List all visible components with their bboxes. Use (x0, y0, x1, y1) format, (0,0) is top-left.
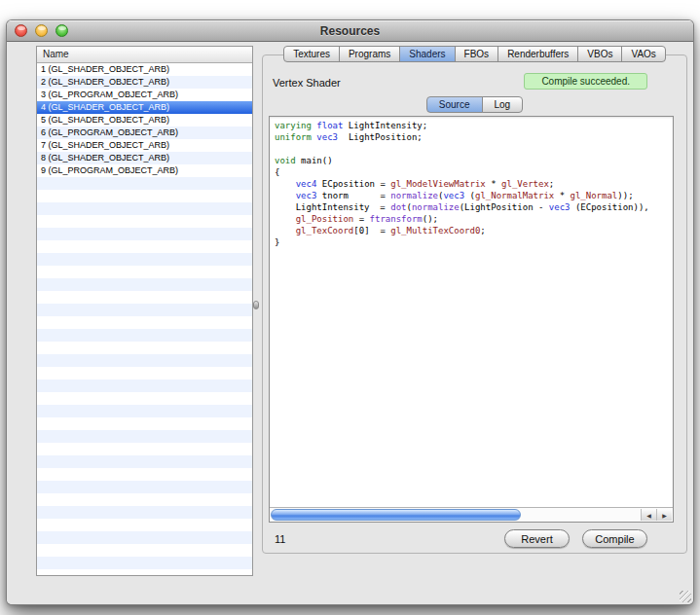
list-item-empty[interactable] (37, 569, 252, 575)
list-item[interactable]: 6 (GL_PROGRAM_OBJECT_ARB) (37, 127, 252, 139)
resource-list-body[interactable]: 1 (GL_SHADER_OBJECT_ARB)2 (GL_SHADER_OBJ… (37, 63, 252, 575)
list-item-empty[interactable] (37, 354, 252, 367)
horizontal-scrollbar[interactable]: ◀ ▶ (270, 507, 673, 522)
list-item-empty[interactable] (37, 367, 252, 380)
list-item[interactable]: 2 (GL_SHADER_OBJECT_ARB) (37, 76, 252, 89)
list-item-empty[interactable] (37, 493, 252, 506)
tab-shaders[interactable]: Shaders (399, 46, 455, 62)
resources-window: Resources Name 1 (GL_SHADER_OBJECT_ARB)2… (6, 19, 694, 605)
scrollbar-thumb[interactable] (271, 509, 521, 521)
scroll-left-icon[interactable]: ◀ (641, 509, 656, 521)
list-item-empty[interactable] (37, 329, 252, 342)
tab-renderbuffers[interactable]: Renderbuffers (497, 46, 578, 62)
list-item-empty[interactable] (37, 468, 252, 481)
compile-status-badge: Compile succeeded. (524, 73, 647, 90)
list-item-empty[interactable] (37, 392, 252, 405)
list-item-empty[interactable] (37, 455, 252, 468)
tab-fbos[interactable]: FBOs (455, 46, 499, 62)
list-item-empty[interactable] (37, 202, 252, 215)
minimize-button[interactable] (35, 24, 48, 37)
titlebar[interactable]: Resources (7, 20, 693, 42)
list-item[interactable]: 5 (GL_SHADER_OBJECT_ARB) (37, 114, 252, 127)
list-item-empty[interactable] (37, 544, 252, 557)
list-item-empty[interactable] (37, 253, 252, 266)
list-item[interactable]: 9 (GL_PROGRAM_OBJECT_ARB) (37, 164, 252, 177)
zoom-button[interactable] (55, 24, 68, 37)
splitter[interactable] (252, 46, 262, 576)
scrollbar-arrows: ◀ ▶ (641, 509, 672, 521)
list-item-empty[interactable] (37, 380, 252, 392)
revert-button[interactable]: Revert (504, 529, 570, 548)
list-item-empty[interactable] (37, 506, 252, 519)
list-item-empty[interactable] (37, 443, 252, 455)
tab-bar: TexturesProgramsShadersFBOsRenderbuffers… (262, 46, 687, 62)
shader-panel: Vertex Shader Compile succeeded. SourceL… (262, 54, 687, 554)
resize-grip[interactable] (680, 591, 691, 602)
list-item-empty[interactable] (37, 557, 252, 569)
tab-programs[interactable]: Programs (339, 46, 400, 62)
tab-textures[interactable]: Textures (283, 46, 340, 62)
shader-type-label: Vertex Shader (273, 77, 341, 89)
list-item-empty[interactable] (37, 342, 252, 354)
window-title: Resources (7, 20, 693, 42)
column-header-name[interactable]: Name (37, 47, 252, 63)
list-item[interactable]: 8 (GL_SHADER_OBJECT_ARB) (37, 152, 252, 164)
shader-source-text[interactable]: varying float LightIntensity;uniform vec… (270, 117, 673, 507)
compile-button[interactable]: Compile (582, 529, 647, 548)
list-item-empty[interactable] (37, 481, 252, 493)
tab-vaos[interactable]: VAOs (621, 46, 665, 62)
list-item-empty[interactable] (37, 177, 252, 190)
resource-list: Name 1 (GL_SHADER_OBJECT_ARB)2 (GL_SHADE… (36, 46, 253, 576)
list-item-empty[interactable] (37, 430, 252, 443)
list-item[interactable]: 4 (GL_SHADER_OBJECT_ARB) (37, 101, 252, 114)
list-item-empty[interactable] (37, 304, 252, 316)
list-item-empty[interactable] (37, 417, 252, 430)
list-item-empty[interactable] (37, 240, 252, 253)
list-item[interactable]: 7 (GL_SHADER_OBJECT_ARB) (37, 139, 252, 152)
line-indicator: 11 (275, 533, 285, 545)
list-item-empty[interactable] (37, 405, 252, 417)
splitter-dimple (253, 301, 259, 309)
window-content: Name 1 (GL_SHADER_OBJECT_ARB)2 (GL_SHADE… (7, 42, 693, 604)
list-item-empty[interactable] (37, 278, 252, 291)
list-item[interactable]: 3 (GL_PROGRAM_OBJECT_ARB) (37, 89, 252, 101)
footer-buttons: Revert Compile (504, 529, 647, 548)
list-item-empty[interactable] (37, 316, 252, 329)
list-item-empty[interactable] (37, 519, 252, 531)
list-item-empty[interactable] (37, 190, 252, 202)
segment-source[interactable]: Source (426, 96, 483, 113)
scroll-right-icon[interactable]: ▶ (656, 509, 672, 521)
code-editor[interactable]: varying float LightIntensity;uniform vec… (269, 116, 674, 523)
list-item-empty[interactable] (37, 266, 252, 278)
list-item[interactable]: 1 (GL_SHADER_OBJECT_ARB) (37, 63, 252, 76)
segment-log[interactable]: Log (482, 96, 524, 113)
source-log-segmented-control: SourceLog (263, 96, 686, 113)
tab-vbos[interactable]: VBOs (577, 46, 622, 62)
close-button[interactable] (15, 24, 27, 37)
list-item-empty[interactable] (37, 228, 252, 240)
list-item-empty[interactable] (37, 291, 252, 304)
list-item-empty[interactable] (37, 215, 252, 228)
list-item-empty[interactable] (37, 531, 252, 544)
